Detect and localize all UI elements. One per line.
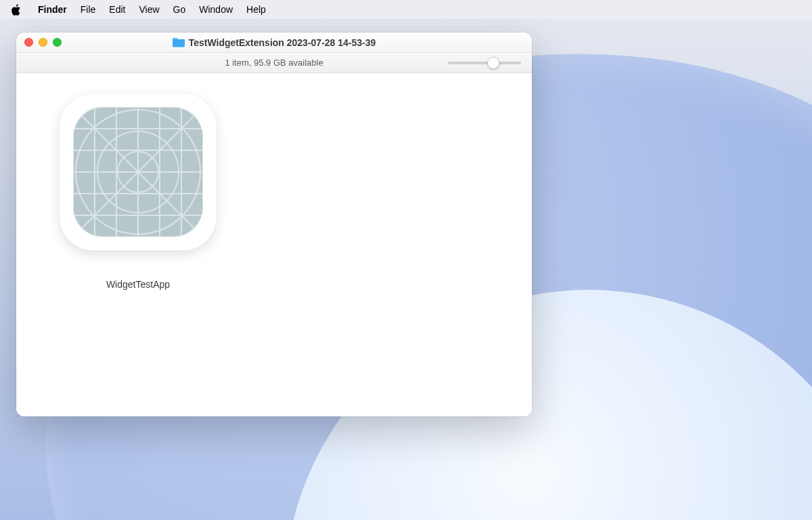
icon-size-slider[interactable] <box>448 58 521 68</box>
menu-go[interactable]: Go <box>166 0 193 19</box>
window-toolbar: 1 item, 95.9 GB available <box>16 53 532 73</box>
close-button[interactable] <box>24 38 33 47</box>
menu-file[interactable]: File <box>74 0 103 19</box>
file-item[interactable]: WidgetTestApp <box>55 93 221 290</box>
window-titlebar[interactable]: TestWidgetExtension 2023-07-28 14-53-39 <box>16 32 532 53</box>
finder-content[interactable]: WidgetTestApp <box>16 73 532 416</box>
file-label[interactable]: WidgetTestApp <box>106 279 170 290</box>
window-title: TestWidgetExtension 2023-07-28 14-53-39 <box>189 37 376 48</box>
menubar: Finder File Edit View Go Window Help <box>0 0 812 19</box>
menu-edit[interactable]: Edit <box>102 0 132 19</box>
zoom-button[interactable] <box>53 38 62 47</box>
menu-app-name[interactable]: Finder <box>31 0 74 19</box>
traffic-lights <box>16 38 62 47</box>
menu-view[interactable]: View <box>132 0 166 19</box>
finder-window: TestWidgetExtension 2023-07-28 14-53-39 … <box>16 32 532 416</box>
status-text: 1 item, 95.9 GB available <box>225 58 323 68</box>
apple-menu-icon[interactable] <box>9 3 22 16</box>
app-placeholder-icon[interactable] <box>60 93 217 251</box>
menu-window[interactable]: Window <box>192 0 240 19</box>
folder-icon[interactable] <box>173 37 185 47</box>
slider-thumb[interactable] <box>487 57 499 69</box>
minimize-button[interactable] <box>39 38 47 47</box>
menu-help[interactable]: Help <box>240 0 273 19</box>
